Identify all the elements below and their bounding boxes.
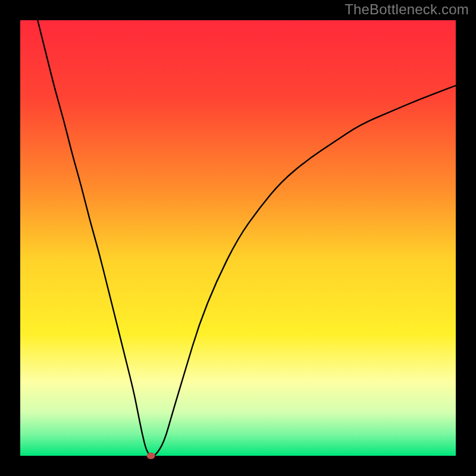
plot-area	[20, 20, 456, 456]
watermark-text: TheBottleneck.com	[345, 1, 469, 18]
minimum-dot	[147, 453, 155, 459]
bottleneck-chart	[0, 0, 476, 476]
chart-container: TheBottleneck.com	[0, 0, 476, 476]
